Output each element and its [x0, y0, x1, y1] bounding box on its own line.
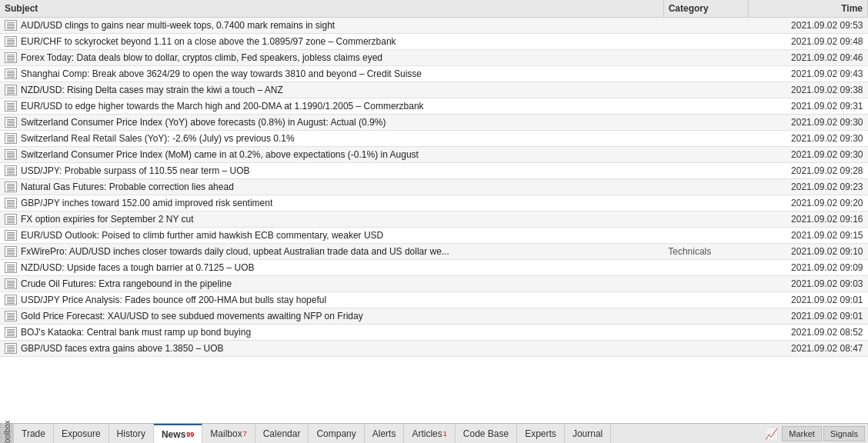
subject-text: FX option expiries for September 2 NY cu… — [21, 214, 194, 225]
time-cell: 2021.09.02 08:52 — [749, 325, 868, 341]
news-icon — [5, 327, 17, 338]
subject-cell: USD/JPY Price Analysis: Fades bounce off… — [0, 292, 600, 308]
time-cell: 2021.09.02 08:47 — [749, 341, 868, 357]
tab-calendar[interactable]: Calendar — [255, 424, 309, 443]
tabs-container: TradeExposureHistoryNews99Mailbox7Calend… — [14, 424, 762, 443]
tab-label-trade: Trade — [22, 428, 45, 439]
time-cell: 2021.09.02 09:43 — [749, 66, 868, 82]
signals-button[interactable]: Signals — [823, 426, 865, 441]
table-row[interactable]: AUD/USD clings to gains near multi-week … — [0, 18, 868, 34]
table-row[interactable]: Crude Oil Futures: Extra rangebound in t… — [0, 276, 868, 292]
news-icon — [5, 20, 17, 31]
subject-text: NZD/USD: Rising Delta cases may strain t… — [21, 85, 283, 95]
tab-company[interactable]: Company — [309, 424, 364, 443]
subject-text: GBP/USD faces extra gains above 1.3850 –… — [21, 343, 223, 354]
tab-alerts[interactable]: Alerts — [365, 424, 405, 443]
tab-codebase[interactable]: Code Base — [456, 424, 517, 443]
subject-text: Switzerland Real Retail Sales (YoY): -2.… — [21, 133, 295, 144]
news-icon — [5, 198, 17, 208]
table-row[interactable]: Forex Today: Data deals blow to dollar, … — [0, 50, 868, 66]
subject-text: FxWirePro: AUD/USD inches closer towards… — [21, 246, 449, 257]
time-cell: 2021.09.02 09:28 — [749, 163, 868, 179]
tab-badge-news: 99 — [186, 431, 194, 438]
table-row[interactable]: Switzerland Consumer Price Index (YoY) a… — [0, 115, 868, 131]
subject-cell: EUR/USD to edge higher towards the March… — [0, 98, 600, 114]
tab-label-news: News — [162, 429, 185, 440]
time-cell: 2021.09.02 09:30 — [749, 147, 868, 163]
table-row[interactable]: NZD/USD: Upside faces a tough barrier at… — [0, 260, 868, 276]
tab-journal[interactable]: Journal — [565, 424, 611, 443]
news-table-wrapper[interactable]: Subject Category Time AUD/USD clings to … — [0, 0, 868, 423]
toolbox-label: Toolbox — [0, 424, 14, 443]
subject-text: GBP/JPY inches toward 152.00 amid improv… — [21, 198, 272, 208]
table-row[interactable]: GBP/USD faces extra gains above 1.3850 –… — [0, 341, 868, 357]
subject-cell: Switzerland Real Retail Sales (YoY): -2.… — [0, 131, 600, 146]
table-row[interactable]: FX option expiries for September 2 NY cu… — [0, 212, 868, 228]
news-icon — [5, 149, 17, 160]
table-row[interactable]: FxWirePro: AUD/USD inches closer towards… — [0, 244, 868, 260]
table-row[interactable]: EUR/USD Outlook: Poised to climb further… — [0, 228, 868, 244]
tab-exposure[interactable]: Exposure — [54, 424, 109, 443]
time-cell: 2021.09.02 09:48 — [749, 34, 868, 50]
category-cell — [663, 260, 749, 276]
table-row[interactable]: Shanghai Comp: Break above 3624/29 to op… — [0, 66, 868, 82]
news-icon — [5, 68, 17, 79]
subject-text: Forex Today: Data deals blow to dollar, … — [21, 52, 382, 63]
tab-label-company: Company — [316, 428, 356, 439]
table-row[interactable]: USD/JPY: Probable surpass of 110.55 near… — [0, 163, 868, 179]
table-row[interactable]: Switzerland Consumer Price Index (MoM) c… — [0, 147, 868, 163]
time-cell: 2021.09.02 09:53 — [749, 18, 868, 34]
subject-text: USD/JPY: Probable surpass of 110.55 near… — [21, 165, 249, 176]
col-header-category: Category — [663, 0, 749, 18]
category-cell — [663, 66, 749, 82]
tab-news[interactable]: News99 — [154, 424, 202, 443]
subject-cell: Crude Oil Futures: Extra rangebound in t… — [0, 276, 600, 291]
subject-text: Switzerland Consumer Price Index (MoM) c… — [21, 149, 419, 160]
subject-text: Gold Price Forecast: XAU/USD to see subd… — [21, 311, 363, 321]
subject-cell: NZD/USD: Rising Delta cases may strain t… — [0, 82, 600, 98]
table-row[interactable]: GBP/JPY inches toward 152.00 amid improv… — [0, 195, 868, 212]
table-row[interactable]: Natural Gas Futures: Probable correction… — [0, 179, 868, 195]
tab-label-journal: Journal — [573, 428, 603, 439]
category-cell — [663, 34, 749, 50]
tab-label-codebase: Code Base — [463, 428, 509, 439]
tab-trade[interactable]: Trade — [14, 424, 54, 443]
news-icon — [5, 311, 17, 321]
subject-cell: Switzerland Consumer Price Index (MoM) c… — [0, 147, 600, 162]
tab-label-alerts: Alerts — [372, 428, 396, 439]
right-icons-group: 📈MarketSignals — [762, 424, 868, 443]
table-row[interactable]: Switzerland Real Retail Sales (YoY): -2.… — [0, 131, 868, 147]
table-row[interactable]: Gold Price Forecast: XAU/USD to see subd… — [0, 308, 868, 325]
time-cell: 2021.09.02 09:15 — [749, 228, 868, 244]
time-cell: 2021.09.02 09:10 — [749, 244, 868, 260]
category-cell — [663, 179, 749, 195]
col-header-subject: Subject — [0, 0, 663, 18]
category-cell — [663, 341, 749, 357]
subject-cell: AUD/USD clings to gains near multi-week … — [0, 18, 600, 33]
tab-history[interactable]: History — [109, 424, 154, 443]
tab-mailbox[interactable]: Mailbox7 — [202, 424, 255, 443]
table-row[interactable]: EUR/CHF to sckyrocket beyond 1.11 on a c… — [0, 34, 868, 50]
table-row[interactable]: EUR/USD to edge higher towards the March… — [0, 98, 868, 115]
table-row[interactable]: NZD/USD: Rising Delta cases may strain t… — [0, 82, 868, 98]
subject-cell: Gold Price Forecast: XAU/USD to see subd… — [0, 308, 600, 324]
time-cell: 2021.09.02 09:16 — [749, 212, 868, 228]
market-button[interactable]: Market — [782, 426, 822, 441]
category-cell — [663, 195, 749, 212]
news-icon — [5, 295, 17, 305]
category-cell — [663, 147, 749, 163]
subject-text: USD/JPY Price Analysis: Fades bounce off… — [21, 295, 326, 305]
tab-articles[interactable]: Articles1 — [404, 424, 455, 443]
news-icon — [5, 343, 17, 354]
subject-cell: FX option expiries for September 2 NY cu… — [0, 212, 600, 227]
news-icon — [5, 214, 17, 225]
category-cell — [663, 131, 749, 147]
subject-cell: Forex Today: Data deals blow to dollar, … — [0, 50, 600, 65]
category-cell — [663, 325, 749, 341]
tab-label-mailbox: Mailbox — [210, 428, 242, 439]
table-row[interactable]: BOJ's Kataoka: Central bank must ramp up… — [0, 325, 868, 341]
subject-cell: EUR/USD Outlook: Poised to climb further… — [0, 228, 600, 243]
tab-experts[interactable]: Experts — [517, 424, 565, 443]
table-row[interactable]: USD/JPY Price Analysis: Fades bounce off… — [0, 292, 868, 308]
category-cell — [663, 163, 749, 179]
